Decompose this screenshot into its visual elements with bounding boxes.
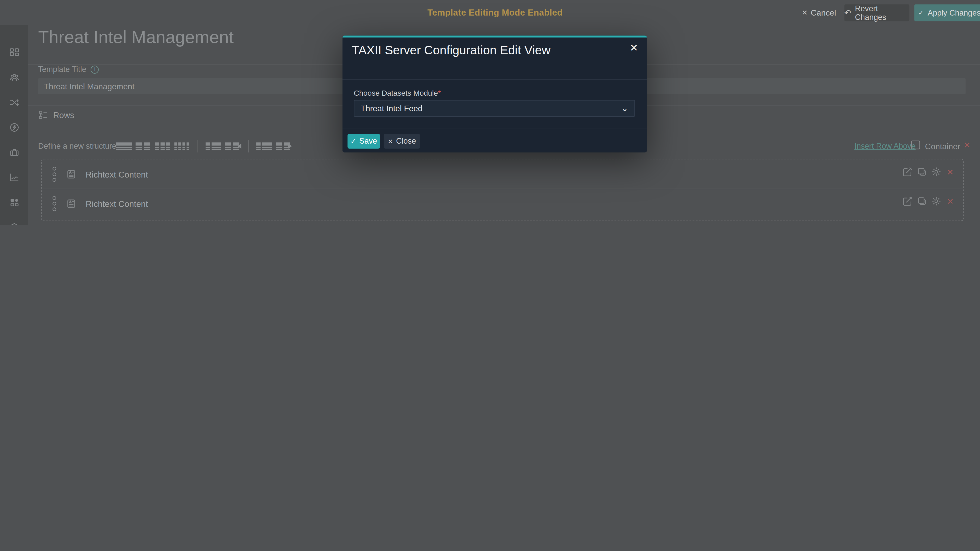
widget-row-richtext-2: Richtext Content xyxy=(52,196,148,211)
settings-gear-icon[interactable] xyxy=(931,196,941,206)
modal-accent-bar xyxy=(342,36,647,38)
sidebar-item-briefcase[interactable] xyxy=(0,140,28,165)
modal-title: TAXII Server Configuration Edit View xyxy=(352,41,620,59)
structure-3col-icon[interactable] xyxy=(155,141,170,151)
cancel-label: Cancel xyxy=(811,8,836,17)
close-icon: ✕ xyxy=(388,138,393,144)
datasets-module-select[interactable]: Threat Intel Feed ⌄ xyxy=(354,100,635,117)
modal-close-icon[interactable]: ✕ xyxy=(630,42,638,54)
save-label: Save xyxy=(360,137,377,145)
separator xyxy=(248,140,248,152)
chevron-down-icon: ⌄ xyxy=(621,104,628,113)
rows-icon xyxy=(38,110,48,120)
separator xyxy=(197,140,198,152)
sidebar-item-flash[interactable] xyxy=(0,115,28,140)
duplicate-icon[interactable] xyxy=(917,167,927,177)
structure-indent-right-icon[interactable] xyxy=(275,141,291,151)
remove-row-icon[interactable]: ✕ xyxy=(964,141,970,149)
row-container: Richtext Content ✕ Richtext Content ✕ xyxy=(41,159,964,221)
drag-handle[interactable] xyxy=(52,196,56,211)
settings-gear-icon[interactable] xyxy=(931,167,941,177)
structure-indent-left-icon[interactable] xyxy=(225,141,241,151)
divider xyxy=(43,189,963,189)
cancel-button[interactable]: ✕ Cancel xyxy=(802,8,836,17)
richtext-icon xyxy=(66,199,76,209)
sidebar: @ xyxy=(0,25,28,225)
container-checkbox[interactable] xyxy=(912,141,920,149)
sidebar-item-package[interactable] xyxy=(0,215,28,225)
structure-sidebar-left-icon[interactable] xyxy=(206,141,221,151)
apply-changes-button[interactable]: ✓ Apply Changes xyxy=(915,4,980,21)
line-chart-icon xyxy=(9,172,19,183)
close-button[interactable]: ✕ Close xyxy=(384,134,420,149)
sidebar-item-shuffle[interactable] xyxy=(0,90,28,115)
drag-handle[interactable] xyxy=(52,167,56,182)
modal-footer-separator xyxy=(342,129,647,129)
richtext-icon xyxy=(66,169,76,179)
define-structure-label: Define a new structure xyxy=(38,142,116,151)
widget-label: Richtext Content xyxy=(86,199,148,208)
app-root: @ Template Editing Mode Enabled ✕ Cancel… xyxy=(0,0,980,225)
page-title: Threat Intel Management xyxy=(38,27,234,48)
select-value: Threat Intel Feed xyxy=(361,104,422,113)
field-label-text: Choose Datasets Module xyxy=(354,89,438,97)
structure-sidebar-right-icon[interactable] xyxy=(256,141,272,151)
briefcase-icon xyxy=(9,148,19,157)
revert-changes-button[interactable]: ↶ Revert Changes xyxy=(845,4,910,21)
top-bar: Template Editing Mode Enabled ✕ Cancel ↶… xyxy=(0,0,980,25)
widget-label: Richtext Content xyxy=(86,170,148,179)
dashboard-icon xyxy=(9,48,19,57)
check-icon: ✓ xyxy=(350,137,356,145)
close-icon: ✕ xyxy=(802,9,808,17)
check-icon: ✓ xyxy=(918,9,924,17)
widgets-icon xyxy=(9,197,19,207)
sidebar-item-widgets[interactable] xyxy=(0,190,28,215)
datasets-module-label: Choose Datasets Module* xyxy=(354,89,441,97)
container-label: Container xyxy=(925,142,960,151)
save-button[interactable]: ✓ Save xyxy=(348,134,380,149)
cube-icon xyxy=(9,222,19,225)
sidebar-item-team[interactable] xyxy=(0,65,28,90)
template-title-row: Template Title i xyxy=(38,65,99,74)
sidebar-item-analytics[interactable] xyxy=(0,165,28,190)
taxii-config-modal: TAXII Server Configuration Edit View ✕ C… xyxy=(342,36,647,152)
widget-row-richtext-1: Richtext Content xyxy=(52,167,148,182)
row-structure-picker xyxy=(116,140,291,152)
structure-1col-icon[interactable] xyxy=(116,141,132,151)
info-icon[interactable]: i xyxy=(91,65,99,73)
template-title-label: Template Title xyxy=(38,65,86,74)
team-icon xyxy=(9,73,19,83)
insert-row-above-link[interactable]: Insert Row Above xyxy=(854,142,916,151)
structure-4col-icon[interactable] xyxy=(174,141,190,151)
shuffle-icon xyxy=(9,97,19,107)
template-editing-banner: Template Editing Mode Enabled xyxy=(350,7,640,17)
flash-circle-icon xyxy=(9,122,19,132)
edit-icon[interactable] xyxy=(902,167,912,177)
apply-label: Apply Changes xyxy=(928,8,980,17)
sidebar-item-dashboard[interactable] xyxy=(0,40,28,65)
remove-widget-icon[interactable]: ✕ xyxy=(947,197,954,206)
modal-header-separator xyxy=(342,79,647,80)
rows-section-label: Rows xyxy=(53,110,74,120)
revert-icon: ↶ xyxy=(845,8,851,17)
edit-icon[interactable] xyxy=(902,196,912,206)
required-asterisk: * xyxy=(438,89,441,97)
duplicate-icon[interactable] xyxy=(917,196,927,206)
close-label: Close xyxy=(396,137,416,145)
rows-section-header: Rows xyxy=(38,110,74,120)
revert-label: Revert Changes xyxy=(855,4,909,22)
structure-2col-icon[interactable] xyxy=(135,141,151,151)
remove-widget-icon[interactable]: ✕ xyxy=(947,168,954,176)
